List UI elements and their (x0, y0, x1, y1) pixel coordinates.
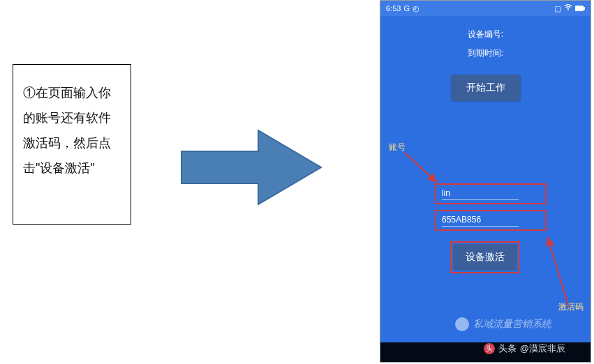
status-carrier: G (403, 4, 410, 13)
toutiao-icon: 头 (484, 343, 495, 354)
account-input[interactable] (442, 188, 519, 200)
activate-button-highlight: 设备激活 (450, 241, 520, 273)
wifi-icon (564, 4, 572, 13)
instruction-text: ①在页面输入你的账号还有软件激活码，然后点击"设备激活" (23, 86, 111, 175)
arrow-icon (175, 122, 328, 213)
phone-bottom-bar: 头 头条 @漠宸非辰 (380, 342, 591, 362)
status-bar: 6:53 G ◴ ▢ (380, 1, 591, 16)
account-input-highlight (435, 183, 547, 204)
battery-icon (575, 4, 585, 13)
device-id-label: 设备编号: (380, 29, 591, 40)
cast-icon: ▢ (554, 4, 561, 13)
annotation-code-label: 激活码 (558, 301, 584, 313)
annotation-account-label: 账号 (389, 142, 406, 153)
activation-code-input[interactable] (442, 215, 519, 227)
toutiao-handle: @漠宸非辰 (520, 342, 565, 355)
wechat-watermark: 私域流量营销系统 (455, 317, 551, 331)
svg-rect-2 (575, 6, 584, 11)
wechat-icon (455, 317, 469, 331)
toutiao-prefix: 头条 (498, 342, 517, 355)
wechat-watermark-text: 私域流量营销系统 (473, 318, 551, 331)
toutiao-watermark: 头 头条 @漠宸非辰 (484, 342, 565, 355)
activate-device-button[interactable]: 设备激活 (453, 244, 517, 271)
svg-rect-3 (584, 7, 585, 10)
instruction-box: ①在页面输入你的账号还有软件激活码，然后点击"设备激活" (13, 64, 131, 225)
phone-mockup: 6:53 G ◴ ▢ 设备编号: 到期时间: 开始工作 账号 激活码 设备激活 (380, 0, 591, 363)
phone-content: 设备编号: 到期时间: 开始工作 账号 激活码 设备激活 私域流量营销系统 (380, 29, 591, 355)
status-time: 6:53 (386, 4, 401, 13)
start-work-button[interactable]: 开始工作 (451, 75, 521, 101)
clock-icon: ◴ (413, 4, 419, 13)
svg-marker-0 (181, 130, 321, 204)
svg-line-5 (548, 238, 569, 308)
code-input-highlight (435, 210, 547, 231)
svg-line-4 (405, 153, 436, 182)
svg-point-1 (567, 10, 569, 11)
expire-label: 到期时间: (380, 47, 591, 59)
